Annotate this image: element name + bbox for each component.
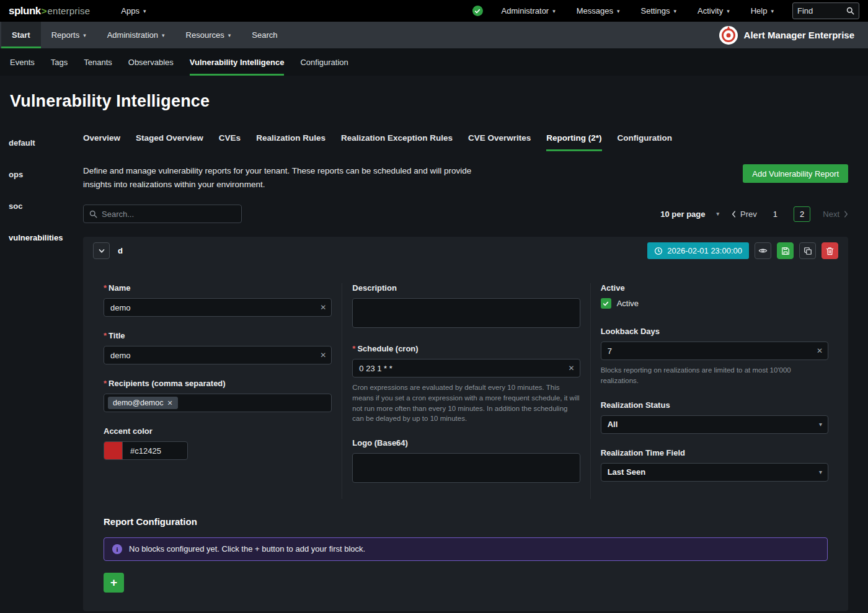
subnav-events[interactable]: Events bbox=[10, 48, 35, 76]
activity-menu-label: Activity bbox=[698, 6, 723, 15]
nav-resources[interactable]: Resources ▾ bbox=[175, 22, 242, 48]
recipients-input[interactable]: demo@democ ✕ bbox=[104, 394, 332, 412]
add-block-button[interactable]: + bbox=[104, 573, 124, 593]
module-nav: Events Tags Tenants Observables Vulnerab… bbox=[0, 48, 868, 76]
help-menu[interactable]: Help ▾ bbox=[748, 6, 776, 15]
delete-report-button[interactable] bbox=[822, 242, 838, 259]
per-page-select[interactable]: 10 per page ▾ bbox=[660, 209, 719, 219]
active-checkbox-label: Active bbox=[617, 299, 639, 308]
tab-reporting[interactable]: Reporting (2*) bbox=[546, 133, 601, 151]
chevron-down-icon: ▾ bbox=[717, 211, 720, 217]
chevron-down-icon: ▾ bbox=[143, 8, 146, 14]
remove-recipient-icon[interactable]: ✕ bbox=[167, 399, 172, 407]
splunk-logo[interactable]: splunk>enterprise bbox=[9, 5, 90, 17]
clear-title-icon[interactable]: ✕ bbox=[320, 351, 326, 359]
settings-menu-label: Settings bbox=[641, 6, 670, 15]
subnav-observables-label: Observables bbox=[128, 58, 174, 67]
tab-cve-overwrites[interactable]: CVE Overwrites bbox=[468, 133, 531, 151]
settings-menu[interactable]: Settings ▾ bbox=[639, 6, 680, 15]
recipient-chip: demo@democ ✕ bbox=[108, 397, 178, 409]
alert-manager-logo-icon bbox=[719, 26, 738, 45]
collapse-report-button[interactable] bbox=[93, 242, 110, 259]
title-block: Vulnerability Intelligence bbox=[0, 76, 868, 123]
lookback-field: Lookback Days ✕ Blocks reporting on real… bbox=[601, 327, 828, 386]
apps-menu[interactable]: Apps ▾ bbox=[118, 0, 148, 22]
chevron-down-icon: ▾ bbox=[771, 8, 774, 14]
nav-search[interactable]: Search bbox=[241, 22, 288, 48]
sidebar-item-default[interactable]: default bbox=[9, 138, 73, 148]
recipients-label: *Recipients (comma separated) bbox=[104, 379, 332, 388]
prev-page-button[interactable]: Prev bbox=[732, 209, 757, 219]
color-swatch[interactable] bbox=[104, 442, 123, 459]
subnav-tags[interactable]: Tags bbox=[51, 48, 68, 76]
lookback-input[interactable] bbox=[601, 342, 828, 360]
clear-lookback-icon[interactable]: ✕ bbox=[817, 347, 823, 355]
logo-textarea[interactable] bbox=[352, 453, 580, 483]
schedule-input[interactable] bbox=[352, 359, 580, 377]
subnav-vulnerability-intelligence-label: Vulnerability Intelligence bbox=[190, 58, 285, 67]
tab-overview[interactable]: Overview bbox=[83, 133, 120, 151]
nav-administration[interactable]: Administration ▾ bbox=[97, 22, 175, 48]
realization-status-select[interactable]: All ▾ bbox=[601, 415, 828, 434]
subnav-observables[interactable]: Observables bbox=[128, 48, 174, 76]
tab-realization-exception-rules[interactable]: Realization Exception Rules bbox=[341, 133, 453, 151]
sidebar-item-ops[interactable]: ops bbox=[9, 170, 73, 179]
next-page-button[interactable]: Next bbox=[823, 209, 848, 219]
required-asterisk: * bbox=[104, 283, 107, 293]
accent-color-field: Accent color #c12425 bbox=[104, 426, 332, 460]
cron-help-text: Cron expressions are evaluated by defaul… bbox=[352, 382, 580, 424]
tab-staged-overview[interactable]: Staged Overview bbox=[136, 133, 203, 151]
subnav-configuration-label: Configuration bbox=[300, 58, 348, 67]
preview-report-button[interactable] bbox=[755, 242, 771, 259]
nav-resources-label: Resources bbox=[186, 30, 224, 40]
tab-realization-rules[interactable]: Realization Rules bbox=[256, 133, 326, 151]
clear-name-icon[interactable]: ✕ bbox=[320, 304, 326, 311]
logo-enterprise-text: enterprise bbox=[48, 6, 91, 16]
subnav-vulnerability-intelligence[interactable]: Vulnerability Intelligence bbox=[190, 48, 285, 76]
nav-reports[interactable]: Reports ▾ bbox=[41, 22, 97, 48]
find-input[interactable] bbox=[797, 6, 846, 15]
nav-start[interactable]: Start bbox=[1, 22, 41, 48]
name-field: *Name ✕ bbox=[104, 283, 332, 317]
name-input[interactable] bbox=[104, 298, 332, 317]
messages-menu-label: Messages bbox=[577, 6, 613, 15]
subnav-configuration[interactable]: Configuration bbox=[300, 48, 348, 76]
search-input[interactable] bbox=[102, 209, 236, 219]
no-blocks-message: No blocks configured yet. Click the + bu… bbox=[129, 544, 365, 553]
add-vulnerability-report-button[interactable]: Add Vulnerability Report bbox=[743, 164, 848, 183]
realization-time-select[interactable]: Last Seen ▾ bbox=[601, 463, 828, 482]
activity-menu[interactable]: Activity ▾ bbox=[695, 6, 732, 15]
page-2-button[interactable]: 2 bbox=[794, 206, 810, 222]
description-textarea[interactable] bbox=[352, 298, 580, 328]
duplicate-report-button[interactable] bbox=[799, 242, 816, 259]
sidebar-item-soc[interactable]: soc bbox=[9, 201, 73, 211]
description-field: Description bbox=[352, 283, 580, 330]
search-box[interactable] bbox=[83, 205, 242, 223]
chevron-down-icon: ▾ bbox=[162, 32, 165, 38]
save-report-button[interactable] bbox=[777, 242, 794, 259]
required-asterisk: * bbox=[104, 379, 107, 388]
administrator-menu[interactable]: Administrator ▾ bbox=[499, 6, 558, 15]
logo-field: Logo (Base64) bbox=[352, 438, 580, 485]
report-name: d bbox=[118, 246, 123, 255]
next-label: Next bbox=[823, 209, 839, 219]
subnav-tags-label: Tags bbox=[51, 58, 68, 67]
clear-schedule-icon[interactable]: ✕ bbox=[569, 364, 575, 372]
health-check-icon[interactable] bbox=[472, 6, 483, 16]
report-configuration-heading: Report Configuration bbox=[104, 516, 848, 527]
realization-status-label: Realization Status bbox=[601, 400, 828, 410]
nav-administration-label: Administration bbox=[107, 30, 158, 40]
app-nav-bar: Start Reports ▾ Administration ▾ Resourc… bbox=[0, 22, 868, 48]
tab-configuration[interactable]: Configuration bbox=[618, 133, 672, 151]
sidebar-item-vulnerabilities[interactable]: vulnerabilities bbox=[9, 233, 73, 242]
messages-menu[interactable]: Messages ▾ bbox=[574, 6, 622, 15]
title-input[interactable] bbox=[104, 346, 332, 364]
tab-cves[interactable]: CVEs bbox=[219, 133, 241, 151]
accent-color-value: #c12425 bbox=[123, 446, 169, 456]
find-search-box[interactable] bbox=[792, 2, 859, 19]
report-actions: 2026-02-01 23:00:00 bbox=[647, 242, 838, 259]
active-checkbox[interactable] bbox=[601, 298, 611, 309]
page-1-button[interactable]: 1 bbox=[769, 207, 781, 221]
accent-color-input[interactable]: #c12425 bbox=[104, 441, 188, 460]
subnav-tenants[interactable]: Tenants bbox=[84, 48, 112, 76]
